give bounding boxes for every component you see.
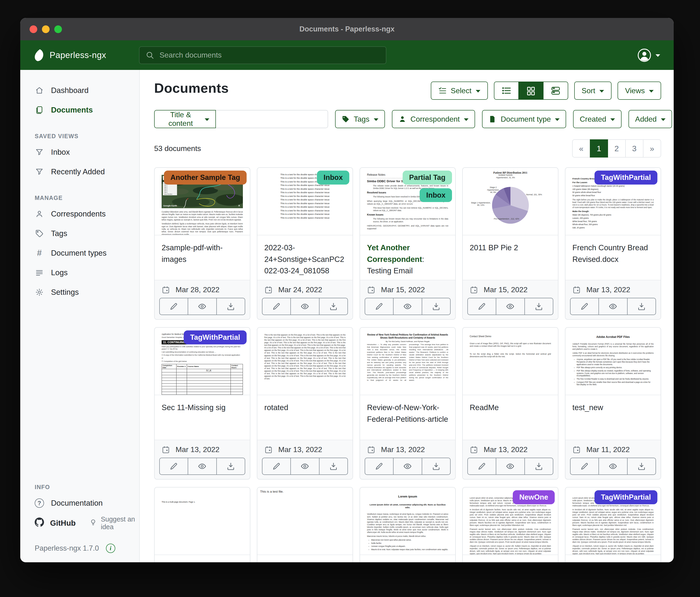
sidebar-item-logs[interactable]: Logs	[20, 263, 139, 282]
correspondent-filter-button[interactable]: Correspondent	[392, 110, 475, 128]
document-correspondent[interactable]: Yet Another Correspondent	[367, 243, 422, 264]
document-title[interactable]: 2022-03-24+Sonstige+ScanPC2022-03-24_081…	[257, 235, 353, 280]
document-thumbnail[interactable]: Lorem ipsum dolor sit amet, consectetur …	[566, 487, 661, 555]
pagination-next-button[interactable]: »	[643, 139, 661, 158]
view-document-button[interactable]	[393, 298, 422, 315]
document-title[interactable]: 2011 BP Pie 2	[463, 235, 558, 280]
tag-badge-tagwithpartial[interactable]: TagWithPartial	[595, 490, 657, 504]
document-title[interactable]: simple txt file	[257, 555, 353, 562]
view-document-button[interactable]	[393, 458, 422, 475]
tag-badge-another-sample-tag[interactable]: Another Sample Tag	[164, 171, 247, 185]
document-title[interactable]: 2sample-pdf-with-images	[155, 235, 250, 280]
pagination-page-2[interactable]: 2	[607, 139, 626, 158]
views-button[interactable]: Views	[618, 81, 661, 100]
pagination-prev-button[interactable]: «	[572, 139, 590, 158]
document-title[interactable]: Yet Another Correspondent: Testing Email	[360, 235, 455, 280]
document-title[interactable]: French Country Bread Revised.docx	[566, 235, 661, 280]
sidebar-item-documents[interactable]: Documents	[20, 100, 139, 120]
sidebar-item-tags[interactable]: Tags	[20, 224, 139, 243]
tag-badge-tagwithpartial[interactable]: TagWithPartial	[595, 171, 657, 185]
tag-badge-inbox[interactable]: Inbox	[420, 188, 452, 202]
edit-document-button[interactable]	[467, 458, 496, 475]
view-document-button[interactable]	[188, 458, 217, 475]
document-title[interactable]: Newest Correspondent: f_combinado	[463, 555, 558, 562]
edit-document-button[interactable]	[365, 298, 394, 315]
edit-document-button[interactable]	[262, 298, 291, 315]
app-brand[interactable]: Paperless-ngx	[34, 49, 139, 62]
user-menu[interactable]	[638, 48, 660, 62]
view-document-button[interactable]	[598, 458, 627, 475]
document-title[interactable]: sample-pdf-download-10-mb-longer-title	[566, 555, 661, 562]
document-title[interactable]: Review-of-New-York-Federal-Petitions-art…	[360, 395, 455, 439]
document-thumbnail[interactable]: This is a multi page document. Page 1.	[155, 487, 250, 555]
document-thumbnail[interactable]: Application for Medical Staff Membership…	[155, 328, 250, 395]
sort-button[interactable]: Sort	[574, 81, 612, 100]
view-document-button[interactable]	[496, 458, 525, 475]
document-thumbnail[interactable]: Contact Sheet DemoGiven a set of image f…	[463, 328, 558, 395]
tag-badge-tagwithpartial[interactable]: TagWithPartial	[184, 330, 247, 344]
view-document-button[interactable]	[598, 298, 627, 315]
document-thumbnail[interactable]: Lorem ipsum dolor sit amet, consectetur …	[463, 487, 558, 555]
sidebar-item-recently-added[interactable]: Recently Added	[20, 162, 139, 182]
view-mode-grid-button[interactable]	[518, 81, 544, 100]
tags-filter-button[interactable]: Tags	[335, 110, 385, 128]
search-field-selector-button[interactable]: Title & content	[154, 110, 216, 128]
tag-badge-newone[interactable]: NewOne	[513, 490, 555, 504]
pagination-page-3[interactable]: 3	[625, 139, 644, 158]
document-title[interactable]: rotated	[257, 395, 353, 439]
download-document-button[interactable]	[422, 298, 451, 315]
minimize-window-button[interactable]	[42, 25, 50, 33]
download-document-button[interactable]	[627, 458, 656, 475]
document-thumbnail[interactable]: Release NotesSimba ODBC Driver for SQL S…	[360, 168, 455, 235]
global-search[interactable]	[139, 46, 386, 64]
document-thumbnail[interactable]: This is a test for the double space char…	[257, 168, 353, 235]
document-type-filter-button[interactable]: Document type	[482, 110, 566, 128]
sidebar-item-settings[interactable]: Settings	[20, 282, 139, 302]
document-title[interactable]: Sec 11-Missing sig	[155, 395, 250, 439]
edit-document-button[interactable]	[159, 298, 188, 315]
download-document-button[interactable]	[524, 458, 553, 475]
download-document-button[interactable]	[216, 298, 245, 315]
download-document-button[interactable]	[319, 458, 348, 475]
view-mode-list-button[interactable]	[494, 81, 519, 100]
pagination-page-1[interactable]: 1	[590, 139, 608, 158]
created-filter-button[interactable]: Created	[573, 110, 622, 128]
download-document-button[interactable]	[319, 298, 348, 315]
document-thumbnail[interactable]: Patient BP Distribution 2011 Normal, 151…	[463, 168, 558, 235]
edit-document-button[interactable]	[365, 458, 394, 475]
edit-document-button[interactable]	[262, 458, 291, 475]
sidebar-item-dashboard[interactable]: Dashboard	[20, 80, 139, 100]
edit-document-button[interactable]	[570, 298, 599, 315]
sidebar-item-correspondents[interactable]: Correspondents	[20, 204, 139, 224]
tag-badge-inbox[interactable]: Inbox	[317, 171, 349, 185]
document-thumbnail[interactable]: This is a test file.	[257, 487, 353, 555]
close-window-button[interactable]	[30, 25, 37, 33]
info-icon[interactable]: i	[106, 544, 115, 553]
document-thumbnail[interactable]: This is the text that appears on the fir…	[257, 328, 353, 395]
view-document-button[interactable]	[188, 298, 217, 315]
document-thumbnail[interactable]: French Country BreadFor the Leaven1 heap…	[566, 168, 661, 235]
sidebar-item-inbox[interactable]: Inbox	[20, 142, 139, 162]
view-document-button[interactable]	[291, 298, 319, 315]
search-input[interactable]	[159, 51, 380, 59]
download-document-button[interactable]	[422, 458, 451, 475]
select-button[interactable]: Select	[431, 81, 488, 100]
document-title[interactable]: file-sample_150kBs	[360, 555, 455, 562]
sidebar-item-documentation[interactable]: ? Documentation	[20, 493, 139, 513]
document-title[interactable]: test_new	[566, 395, 661, 439]
zoom-window-button[interactable]	[54, 25, 62, 33]
download-document-button[interactable]	[216, 458, 245, 475]
edit-document-button[interactable]	[467, 298, 496, 315]
document-thumbnail[interactable]: Lorem ipsumLorem ipsum dolor sit amet, c…	[360, 487, 455, 555]
tag-badge-partial-tag[interactable]: Partial Tag	[403, 171, 452, 185]
suggest-idea-link[interactable]: Suggest an idea	[89, 516, 139, 531]
download-document-button[interactable]	[627, 298, 656, 315]
sidebar-item-github[interactable]: GitHub	[20, 513, 76, 533]
title-content-filter-input[interactable]	[216, 110, 328, 128]
view-mode-cards-button[interactable]	[543, 81, 568, 100]
document-thumbnail[interactable]: Review of New York Federal Petitions for…	[360, 328, 455, 395]
edit-document-button[interactable]	[570, 458, 599, 475]
document-thumbnail[interactable]: Adobe Acrobat PDF FilesAdobe® Portable D…	[566, 328, 661, 395]
edit-document-button[interactable]	[159, 458, 188, 475]
view-document-button[interactable]	[291, 458, 319, 475]
